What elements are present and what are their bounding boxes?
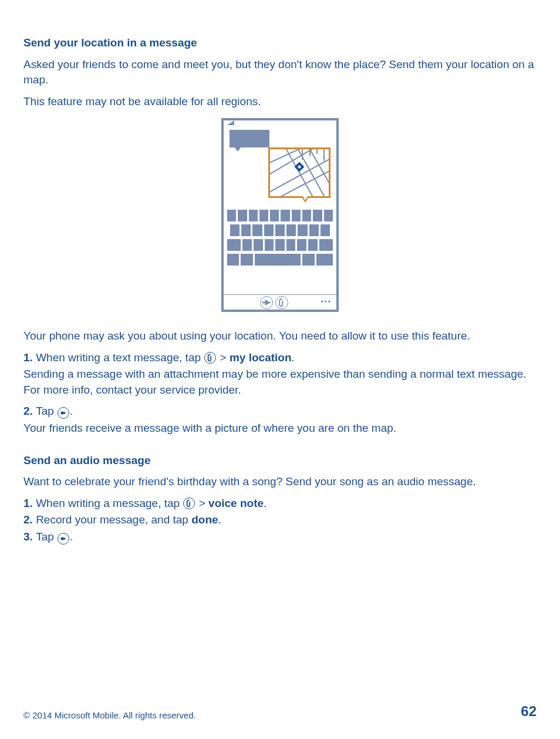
step-number: 2.	[23, 405, 36, 417]
send-icon	[58, 407, 69, 419]
app-bar: •••	[224, 294, 336, 310]
body-text: Want to celebrate your friend's birthday…	[23, 474, 537, 490]
section-heading: Send your location in a message	[23, 35, 537, 51]
keyboard	[224, 210, 336, 293]
step-part: .	[70, 530, 73, 543]
step-text: 2. Record your message, and tap done.	[23, 512, 537, 528]
step-bold: my location	[230, 351, 292, 364]
step-text: 3. Tap .	[23, 529, 537, 545]
step-part: When writing a text message, tap	[36, 351, 204, 364]
svg-rect-13	[61, 412, 64, 415]
step-part: Record your message, and tap	[36, 513, 191, 526]
step-part: .	[218, 513, 221, 526]
page-footer: © 2014 Microsoft Mobile. All rights rese…	[23, 701, 537, 721]
svg-line-6	[308, 149, 329, 187]
page-number: 62	[521, 701, 537, 721]
body-text: Your phone may ask you about using your …	[23, 328, 537, 344]
step-number: 1.	[23, 351, 36, 364]
step-part: >	[195, 497, 208, 509]
step-number: 3.	[23, 530, 36, 543]
step-part: .	[292, 351, 295, 364]
copyright-text: © 2014 Microsoft Mobile. All rights rese…	[23, 709, 196, 721]
step-part: Tap	[36, 405, 57, 417]
body-text: This feature may not be available for al…	[23, 94, 537, 110]
more-dots-icon: •••	[321, 297, 333, 307]
send-icon	[260, 296, 273, 309]
status-bar	[224, 120, 336, 125]
step-part: When writing a message, tap	[36, 497, 183, 509]
send-icon	[58, 533, 69, 545]
step-bold: done	[191, 513, 218, 526]
body-text: Sending a message with an attachment may…	[23, 367, 537, 398]
phone-mockup: •••	[221, 118, 339, 312]
message-bubble	[230, 130, 269, 147]
attach-icon	[204, 352, 216, 364]
step-part: >	[217, 351, 230, 364]
step-bold: voice note	[208, 497, 264, 509]
step-part: .	[70, 405, 73, 417]
body-text: Asked your friends to come and meet you,…	[23, 57, 537, 88]
step-text: 2. Tap .	[23, 404, 537, 419]
map-thumbnail	[268, 147, 330, 198]
svg-rect-14	[61, 538, 64, 540]
attach-icon	[183, 498, 195, 509]
section-heading: Send an audio message	[23, 453, 537, 469]
step-part: Tap	[36, 530, 57, 543]
attach-icon	[275, 296, 288, 309]
step-number: 2.	[23, 513, 36, 526]
illustration: •••	[23, 118, 537, 317]
step-text: 1. When writing a text message, tap > my…	[23, 350, 537, 366]
step-number: 1.	[23, 497, 36, 509]
step-part: .	[264, 497, 266, 509]
step-text: 1. When writing a message, tap > voice n…	[23, 496, 537, 512]
body-text: Your friends receive a message with a pi…	[23, 421, 537, 436]
